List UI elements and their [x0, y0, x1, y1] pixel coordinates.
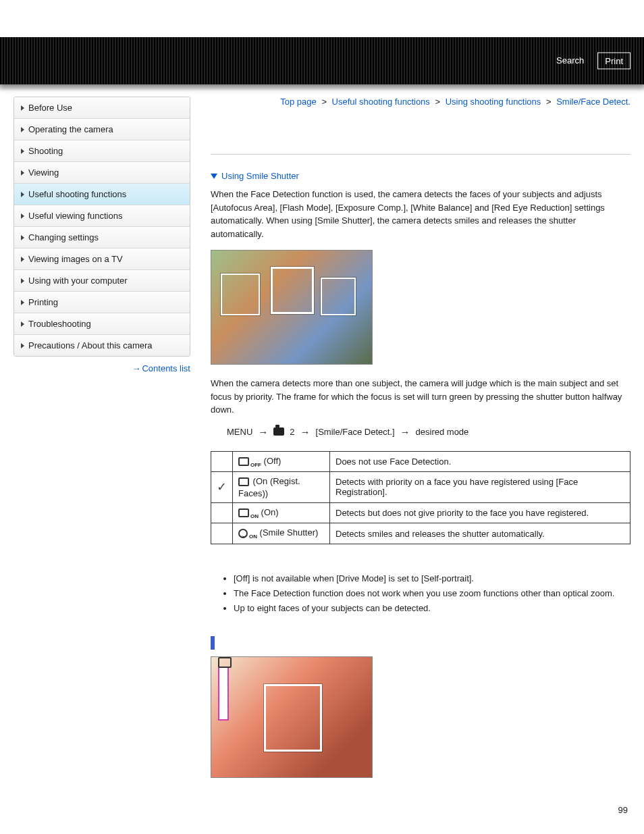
sidebar-item[interactable]: Changing settings [14, 227, 190, 249]
priority-paragraph: When the camera detects more than one su… [211, 377, 630, 417]
face-frame-icon [264, 684, 322, 752]
section-marker [211, 636, 215, 650]
notes-list: [Off] is not available when [Drive Mode]… [211, 571, 630, 616]
mode-name-cell: ON (Smile Shutter) [233, 523, 330, 544]
mode-name-cell: ON (On) [233, 502, 330, 523]
face-frame-icon [221, 273, 260, 315]
mode-desc-cell: Detects smiles and releases the shutter … [330, 523, 630, 544]
sidebar-item[interactable]: Shooting [14, 140, 190, 162]
chevron-right-icon [21, 149, 24, 154]
breadcrumb-link[interactable]: Top page [280, 97, 317, 107]
check-cell [211, 523, 233, 544]
arrow-right-icon: → [400, 426, 410, 438]
header-band: Search Print [0, 37, 644, 84]
face-detect-icon [238, 509, 249, 517]
smile-face-icon [238, 529, 248, 538]
face-detect-icon [238, 477, 249, 486]
mode-desc-cell: Detects but does not give priority to th… [330, 502, 630, 523]
breadcrumb-separator: > [433, 97, 443, 107]
menu-label: MENU [227, 427, 252, 437]
breadcrumb-link[interactable]: Useful shooting functions [332, 97, 430, 107]
note-item: Up to eight faces of your subjects can b… [234, 601, 630, 616]
arrow-right-icon: → [300, 426, 311, 438]
table-row: ON (Smile Shutter)Detects smiles and rel… [211, 523, 630, 544]
menu-path: MENU → 2 → [Smile/Face Detect.] → desire… [227, 426, 630, 438]
sidebar-item[interactable]: Before Use [14, 97, 190, 119]
breadcrumb-separator: > [319, 97, 329, 107]
mode-name: (Off) [261, 456, 281, 466]
sidebar-item[interactable]: Precautions / About this camera [14, 335, 190, 356]
mode-name-cell: OFF (Off) [233, 451, 330, 472]
table-row: OFF (Off)Does not use Face Detection. [211, 451, 630, 472]
face-frame-icon [271, 267, 314, 314]
sidebar-item-label: Changing settings [28, 232, 99, 242]
sidebar-item[interactable]: Useful shooting functions [14, 184, 190, 205]
sidebar-item-label: Troubleshooting [28, 319, 91, 329]
sidebar-item-label: Using with your computer [28, 276, 128, 286]
sidebar-item-label: Viewing images on a TV [28, 254, 123, 264]
mode-desc-cell: Does not use Face Detection. [330, 451, 630, 472]
intro-paragraph: When the Face Detection function is used… [211, 188, 630, 240]
menu-item: [Smile/Face Detect.] [316, 427, 395, 437]
face-frame-icon [321, 278, 356, 315]
mode-name: (On) [259, 507, 279, 517]
note-item: [Off] is not available when [Drive Mode]… [234, 571, 630, 586]
table-row: ✓ (On (Regist. Faces))Detects with prior… [211, 472, 630, 503]
chevron-right-icon [21, 343, 24, 348]
smile-indicator-icon [218, 667, 229, 721]
note-item: The Face Detection function does not wor… [234, 586, 630, 601]
sidebar-item-label: Viewing [28, 167, 59, 178]
sidebar-item-label: Shooting [28, 146, 63, 156]
search-button[interactable]: Search [549, 53, 591, 70]
mode-name-cell: (On (Regist. Faces)) [233, 472, 330, 503]
sample-image-face-detect [211, 250, 373, 365]
divider [211, 154, 630, 155]
chevron-right-icon [21, 257, 24, 262]
sidebar-item-label: Precautions / About this camera [28, 340, 153, 350]
chevron-right-icon [21, 192, 24, 197]
sidebar-item-label: Before Use [28, 103, 72, 113]
chevron-right-icon [21, 278, 24, 284]
check-cell: ✓ [211, 472, 233, 503]
sidebar-item[interactable]: Viewing images on a TV [14, 249, 190, 270]
breadcrumb: Top page > Useful shooting functions > U… [211, 97, 630, 107]
chevron-right-icon [21, 105, 24, 111]
sidebar-item[interactable]: Using with your computer [14, 270, 190, 292]
modes-table: OFF (Off)Does not use Face Detection.✓ (… [211, 451, 630, 544]
breadcrumb-link[interactable]: Smile/Face Detect. [556, 97, 630, 107]
check-icon: ✓ [217, 480, 227, 494]
anchor-smile-shutter[interactable]: Using Smile Shutter [211, 171, 630, 181]
check-cell [211, 451, 233, 472]
sidebar-item-label: Useful viewing functions [28, 211, 122, 221]
sample-image-smile-shutter [211, 656, 373, 778]
sidebar-item[interactable]: Troubleshooting [14, 313, 190, 335]
breadcrumb-separator: > [543, 97, 554, 107]
mode-name: (Smile Shutter) [257, 527, 318, 538]
icon-subscript: ON [250, 513, 259, 519]
sidebar-item-label: Printing [28, 297, 58, 307]
chevron-right-icon [21, 170, 24, 176]
breadcrumb-link[interactable]: Using shooting functions [446, 97, 541, 107]
chevron-right-icon [21, 213, 24, 219]
triangle-down-icon [211, 174, 217, 179]
print-button[interactable]: Print [597, 53, 630, 70]
icon-subscript: ON [249, 533, 257, 540]
sidebar-item[interactable]: Operating the camera [14, 119, 190, 140]
sidebar-item[interactable]: Printing [14, 292, 190, 313]
chevron-right-icon [21, 321, 24, 327]
chevron-right-icon [21, 127, 24, 132]
icon-subscript: OFF [250, 461, 261, 467]
chevron-right-icon [21, 300, 24, 305]
arrow-right-icon: → [132, 363, 140, 373]
check-cell [211, 502, 233, 523]
sidebar-nav: Before UseOperating the cameraShootingVi… [14, 97, 190, 357]
arrow-right-icon: → [258, 426, 268, 438]
anchor-link-label: Using Smile Shutter [221, 171, 299, 181]
face-detect-icon [238, 457, 249, 466]
mode-desc-cell: Detects with priority on a face you have… [330, 472, 630, 503]
chevron-right-icon [21, 235, 24, 240]
sidebar-item-label: Useful shooting functions [28, 189, 126, 199]
sidebar-item[interactable]: Useful viewing functions [14, 205, 190, 227]
contents-list-link[interactable]: Contents list [142, 363, 190, 373]
sidebar-item[interactable]: Viewing [14, 162, 190, 184]
